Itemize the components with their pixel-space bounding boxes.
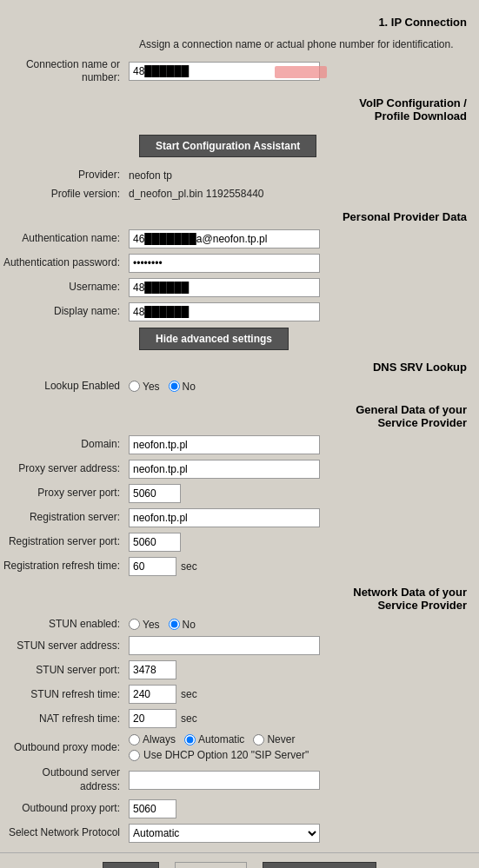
- page: 1. IP Connection Assign a connection nam…: [0, 0, 479, 868]
- section-personal-provider: Personal Provider Data: [0, 203, 479, 227]
- outbound-server-address-row: Outbound server address:: [0, 764, 479, 796]
- stun-server-port-label: STUN server port:: [0, 664, 129, 678]
- dhcp-option-radio[interactable]: [129, 750, 140, 761]
- auth-name-input[interactable]: [129, 229, 320, 248]
- auth-password-input[interactable]: [129, 254, 320, 273]
- section-dns-srv: DNS SRV Lookup: [0, 354, 479, 377]
- display-name-label: Display name:: [0, 305, 129, 319]
- auth-name-row: Authentication name:: [0, 227, 479, 251]
- lookup-enabled-label: Lookup Enabled: [0, 380, 129, 394]
- section-voip-config: VoIP Configuration / Profile Download: [0, 88, 479, 126]
- stun-refresh-time-value: sec: [129, 685, 470, 704]
- auth-name-label: Authentication name:: [0, 232, 129, 246]
- registration-server-row: Registration server:: [0, 506, 479, 530]
- outbound-never-label[interactable]: Never: [253, 733, 295, 745]
- registration-refresh-time-label: Registration refresh time:: [0, 560, 129, 573]
- stun-enabled-value: Yes No: [129, 619, 470, 631]
- proxy-server-address-row: Proxy server address:: [0, 457, 479, 481]
- stun-server-address-row: STUN server address:: [0, 633, 479, 658]
- stun-refresh-time-label: STUN refresh time:: [0, 688, 129, 702]
- proxy-server-address-label: Proxy server address:: [0, 462, 129, 476]
- stun-refresh-time-row: STUN refresh time: sec: [0, 682, 479, 706]
- connection-name-label: Connection name or number:: [0, 58, 129, 85]
- delete-connection-button[interactable]: Delete connection: [263, 862, 376, 868]
- username-value: [129, 278, 470, 297]
- bottom-buttons: Set Cancel Delete connection: [0, 852, 479, 868]
- connection-name-value: [129, 62, 470, 81]
- username-input[interactable]: [129, 278, 320, 297]
- registration-server-value: [129, 508, 470, 527]
- registration-server-input[interactable]: [129, 508, 320, 527]
- proxy-server-port-value: [129, 484, 470, 503]
- provider-value: neofon tp: [129, 169, 470, 182]
- nat-refresh-time-value: sec: [129, 709, 470, 728]
- outbound-proxy-port-label: Outbound proxy port:: [0, 802, 129, 816]
- lookup-yes-radio[interactable]: [129, 381, 140, 392]
- registration-refresh-time-row: Registration refresh time: sec: [0, 554, 479, 579]
- nat-refresh-time-label: NAT refresh time:: [0, 712, 129, 726]
- select-network-protocol-row: Select Network Protocol Automatic UDP TC…: [0, 821, 479, 845]
- outbound-server-address-input[interactable]: [129, 771, 320, 790]
- stun-no-label[interactable]: No: [169, 619, 196, 631]
- auth-password-row: Authentication password:: [0, 251, 479, 275]
- outbound-proxy-mode-value: Always Automatic Never Use DHCP Option 1…: [129, 733, 470, 761]
- stun-server-port-input[interactable]: [129, 660, 176, 679]
- domain-input[interactable]: [129, 435, 320, 454]
- registration-refresh-time-input[interactable]: [129, 557, 176, 576]
- sec-label-3: sec: [181, 712, 197, 725]
- registration-refresh-time-value: sec: [129, 557, 470, 576]
- outbound-proxy-port-input[interactable]: [129, 799, 176, 818]
- outbound-always-label[interactable]: Always: [129, 733, 176, 745]
- display-name-value: [129, 302, 470, 321]
- outbound-automatic-label[interactable]: Automatic: [184, 733, 244, 745]
- profile-version-row: Profile version: d_neofon_pl.bin 1192558…: [0, 185, 479, 204]
- provider-row: Provider: neofon tp: [0, 166, 479, 185]
- display-name-input[interactable]: [129, 302, 320, 321]
- lookup-enabled-row: Lookup Enabled Yes No: [0, 377, 479, 396]
- hide-advanced-btn-row: Hide advanced settings: [0, 324, 479, 354]
- select-network-protocol-value: Automatic UDP TCP TLS: [129, 824, 470, 843]
- stun-server-address-value: [129, 636, 470, 655]
- dhcp-option-label[interactable]: Use DHCP Option 120 "SIP Server": [129, 749, 470, 761]
- username-row: Username:: [0, 275, 479, 300]
- network-protocol-select[interactable]: Automatic UDP TCP TLS: [129, 824, 320, 843]
- stun-refresh-time-input[interactable]: [129, 685, 176, 704]
- outbound-mode-radios: Always Automatic Never: [129, 733, 470, 745]
- outbound-never-radio[interactable]: [253, 734, 264, 745]
- registration-server-port-input[interactable]: [129, 533, 181, 552]
- registration-server-port-row: Registration server port:: [0, 530, 479, 554]
- lookup-no-radio[interactable]: [169, 381, 180, 392]
- outbound-automatic-radio[interactable]: [184, 734, 196, 745]
- cancel-button[interactable]: Cancel: [175, 862, 247, 868]
- display-name-row: Display name:: [0, 300, 479, 324]
- username-label: Username:: [0, 281, 129, 295]
- section-general-data: General Data of your Service Provider: [0, 396, 479, 433]
- stun-no-radio[interactable]: [169, 619, 180, 630]
- outbound-always-radio[interactable]: [129, 734, 140, 745]
- lookup-yes-label[interactable]: Yes: [129, 381, 160, 393]
- profile-version-label: Profile version:: [0, 188, 129, 202]
- stun-yes-radio[interactable]: [129, 619, 140, 630]
- description-text: Assign a connection name or actual phone…: [0, 32, 479, 56]
- stun-server-address-input[interactable]: [129, 636, 320, 655]
- stun-server-address-label: STUN server address:: [0, 639, 129, 653]
- lookup-no-label[interactable]: No: [169, 381, 196, 393]
- start-config-button[interactable]: Start Configuration Assistant: [139, 135, 316, 157]
- hide-advanced-button[interactable]: Hide advanced settings: [139, 328, 289, 350]
- domain-row: Domain:: [0, 433, 479, 457]
- auth-password-value: [129, 254, 470, 273]
- select-network-protocol-label: Select Network Protocol: [0, 826, 129, 840]
- start-config-btn-row: Start Configuration Assistant: [0, 126, 479, 166]
- proxy-server-port-input[interactable]: [129, 484, 181, 503]
- outbound-proxy-port-row: Outbound proxy port:: [0, 797, 479, 821]
- registration-server-port-value: [129, 533, 470, 552]
- stun-enabled-label: STUN enabled:: [0, 618, 129, 632]
- registration-server-label: Registration server:: [0, 511, 129, 525]
- proxy-server-address-input[interactable]: [129, 460, 320, 479]
- outbound-server-address-label: Outbound server address:: [0, 766, 129, 793]
- auth-password-label: Authentication password:: [0, 256, 129, 270]
- set-button[interactable]: Set: [103, 862, 159, 868]
- nat-refresh-time-input[interactable]: [129, 709, 176, 728]
- stun-yes-label[interactable]: Yes: [129, 619, 160, 631]
- outbound-proxy-port-value: [129, 799, 470, 818]
